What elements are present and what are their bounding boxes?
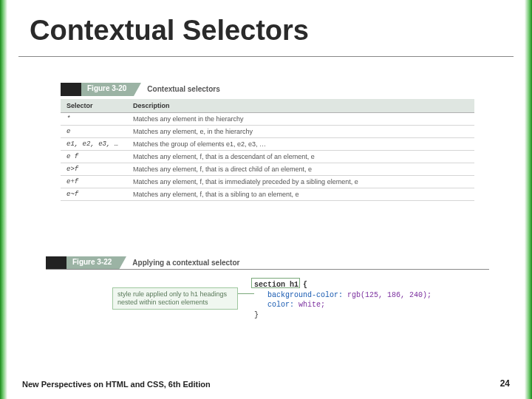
code-selector: section h1 { [254,281,307,289]
col-description: Description [127,99,474,113]
callout-connector-line [238,293,254,294]
cell-description: Matches any element, f, that is a direct… [127,163,474,176]
cell-description: Matches any element, f, that is a siblin… [127,188,474,201]
code-line: section h1 { [254,280,432,290]
figure-body: style rule applied only to h1 headings n… [46,276,489,327]
callout-box: style rule applied only to h1 headings n… [112,287,238,310]
code-line: background-color: rgb(125, 186, 240); [254,290,432,301]
cell-description: Matches any element, f, that is immediat… [127,176,474,188]
cell-description: Matches the group of elements e1, e2, e3… [127,138,474,151]
figure-caption: Applying a contextual selector [126,256,239,269]
figure-label-bar: Figure 3-20 Contextual selectors [61,83,474,96]
code-line: color: white; [254,300,432,310]
table-row: e1, e2, e3, …Matches the group of elemen… [61,138,474,151]
code-line: } [254,310,432,321]
table-row: *Matches any element in the hierarchy [61,113,474,126]
table-row: e fMatches any element, f, that is a des… [61,151,474,163]
footer-book-title: New Perspectives on HTML and CSS, 6th Ed… [22,380,211,389]
code-block: section h1 { background-color: rgb(125, … [254,280,432,320]
cell-selector: e [61,126,127,138]
footer-page-number: 24 [500,378,510,389]
cell-selector: e f [61,151,127,163]
code-value: white; [294,301,325,309]
cell-selector: e1, e2, e3, … [61,138,127,151]
figure-caption: Contextual selectors [141,83,219,96]
code-property: background-color: [267,291,343,299]
cell-description: Matches any element in the hierarchy [127,113,474,126]
figure-label-dark [46,256,66,269]
figure-label-wedge [134,83,141,96]
figure-3-20: Figure 3-20 Contextual selectors Selecto… [61,83,474,201]
table-row: e+fMatches any element, f, that is immed… [61,176,474,188]
figure-3-22: Figure 3-22 Applying a contextual select… [46,256,489,327]
figure-label-dark [61,83,81,96]
figure-number: Figure 3-22 [66,256,119,269]
cell-selector: e~f [61,188,127,201]
cell-description: Matches any element, e, in the hierarchy [127,126,474,138]
code-value: rgb(125, 186, 240); [343,291,432,299]
figure-label-bar: Figure 3-22 Applying a contextual select… [46,256,489,270]
title-divider [18,56,514,57]
figure-number: Figure 3-20 [81,83,134,96]
right-accent-bar [525,0,532,399]
cell-selector: * [61,113,127,126]
table-row: e~fMatches any element, f, that is a sib… [61,188,474,201]
table-row: eMatches any element, e, in the hierarch… [61,126,474,138]
cell-selector: e+f [61,176,127,188]
code-brace: } [254,311,259,319]
table-row: e>fMatches any element, f, that is a dir… [61,163,474,176]
cell-description: Matches any element, f, that is a descen… [127,151,474,163]
table-header-row: Selector Description [61,99,474,113]
selectors-table: Selector Description *Matches any elemen… [61,99,474,201]
cell-selector: e>f [61,163,127,176]
left-accent-bar [0,0,7,399]
slide-title: Contextual Selectors [30,15,309,47]
code-property: color: [267,301,294,309]
col-selector: Selector [61,99,127,113]
figure-label-wedge [119,256,126,270]
